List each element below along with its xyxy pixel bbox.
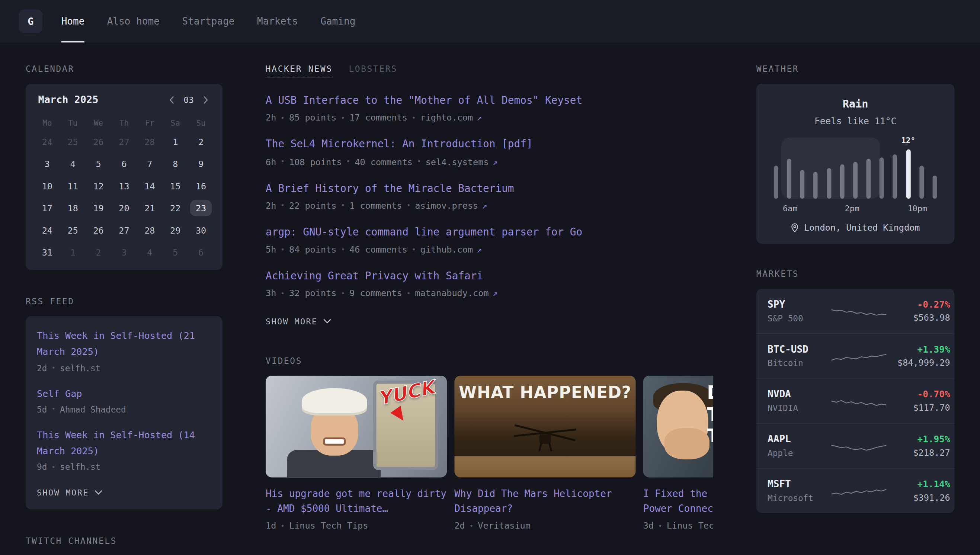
video-title[interactable]: I Fixed the 5 Power Connect (643, 486, 713, 517)
right-column: WEATHER Rain Feels like 11°C 12° 6am2pm1… (756, 64, 955, 546)
calendar-day[interactable]: 25 (60, 220, 85, 242)
calendar-day[interactable]: 18 (60, 197, 85, 220)
calendar-day[interactable]: 24 (34, 220, 60, 242)
calendar-day[interactable]: 27 (111, 220, 137, 242)
calendar-day[interactable]: 26 (85, 131, 111, 153)
calendar-day[interactable]: 8 (163, 153, 188, 175)
news-item-source-link[interactable]: righto.com↗ (420, 113, 482, 123)
news-item-source-link[interactable]: matanabudy.com↗ (415, 288, 498, 298)
calendar-day[interactable]: 26 (85, 220, 111, 242)
calendar-day[interactable]: 15 (163, 175, 188, 197)
rss-show-more-button[interactable]: SHOW MORE (37, 488, 102, 498)
market-id: MSFTMicrosoft (768, 479, 830, 503)
rss-item-age: 5d (37, 404, 47, 414)
market-row-spy[interactable]: SPYS&P 500-0.27%$563.98 (756, 289, 955, 333)
weather-location-label: London, United Kingdom (804, 223, 920, 233)
nav-tab-gaming[interactable]: Gaming (320, 0, 355, 42)
calendar-day[interactable]: 4 (60, 153, 85, 175)
weekday-label: Th (111, 118, 137, 128)
separator-dot: • (281, 289, 285, 298)
main-content: CALENDAR March 2025 03 MoTuWeThFrSaSu (0, 42, 980, 546)
market-row-nvda[interactable]: NVDANVIDIA-0.70%$117.70 (756, 378, 955, 423)
nav-tab-startpage[interactable]: Startpage (182, 0, 234, 42)
rss-item-title[interactable]: This Week in Self-Hosted (21 March 2025) (37, 327, 211, 360)
news-item-source-link[interactable]: sel4.systems↗ (426, 157, 498, 167)
calendar-day[interactable]: 14 (137, 175, 163, 197)
sparkline (830, 436, 888, 455)
calendar-day[interactable]: 31 (34, 241, 60, 264)
calendar-day[interactable]: 12 (85, 175, 111, 197)
calendar-day[interactable]: 16 (188, 175, 214, 197)
separator-dot: • (281, 245, 285, 254)
news-item-title[interactable]: Achieving Great Privacy with Safari (266, 269, 713, 283)
calendar-day[interactable]: 13 (111, 175, 137, 197)
app-logo[interactable]: G (19, 9, 42, 33)
news-item-title[interactable]: The SeL4 Microkernel: An Introduction [p… (266, 138, 713, 151)
calendar-day[interactable]: 9 (188, 153, 214, 175)
rss-item: This Week in Self-Hosted (21 March 2025)… (37, 327, 211, 373)
market-row-aapl[interactable]: AAPLApple+1.95%$218.27 (756, 423, 955, 468)
video-thumbnail[interactable]: WHAT HAPPENED? (454, 376, 635, 478)
news-item-title[interactable]: argp: GNU-style command line argument pa… (266, 225, 713, 239)
calendar-widget: March 2025 03 MoTuWeThFrSaSu 24252627281… (26, 84, 223, 270)
tab-lobsters[interactable]: LOBSTERS (349, 64, 397, 74)
calendar-day[interactable]: 1 (163, 131, 188, 153)
nav-tab-markets[interactable]: Markets (257, 0, 298, 42)
calendar-day[interactable]: 7 (137, 153, 163, 175)
separator-dot: • (341, 245, 345, 254)
calendar-day[interactable]: 6 (111, 153, 137, 175)
external-link-icon: ↗ (482, 201, 487, 210)
video-thumbnail[interactable]: DO TH T (643, 376, 713, 478)
news-item-age: 2h (266, 201, 276, 210)
calendar-day[interactable]: 2 (85, 241, 111, 264)
rss-list: This Week in Self-Hosted (21 March 2025)… (26, 316, 223, 510)
calendar-day[interactable]: 6 (188, 241, 214, 264)
calendar-day[interactable]: 23 (188, 197, 214, 220)
calendar-weekdays: MoTuWeThFrSaSu (34, 118, 213, 128)
market-row-msft[interactable]: MSFTMicrosoft+1.14%$391.26 (756, 468, 955, 513)
calendar-day[interactable]: 10 (34, 175, 60, 197)
chevron-right-icon[interactable] (201, 95, 210, 104)
calendar-day[interactable]: 2 (188, 131, 214, 153)
calendar-day[interactable]: 27 (111, 131, 137, 153)
video-title[interactable]: Why Did The Mars Helicopter Disappear? (454, 486, 635, 517)
calendar-day[interactable]: 4 (137, 241, 163, 264)
calendar-day[interactable]: 29 (163, 220, 188, 242)
calendar-day[interactable]: 21 (137, 197, 163, 220)
nav-tab-home[interactable]: Home (61, 0, 85, 42)
rss-item-title[interactable]: This Week in Self-Hosted (14 March 2025) (37, 427, 211, 459)
calendar-day[interactable]: 3 (111, 241, 137, 264)
news-item-source-link[interactable]: github.com↗ (420, 244, 482, 254)
calendar-day[interactable]: 24 (34, 131, 60, 153)
news-item-title[interactable]: A Brief History of the Miracle Bacterium (266, 181, 713, 195)
top-nav: G HomeAlso homeStartpageMarketsGaming (0, 0, 980, 42)
calendar-day[interactable]: 30 (188, 220, 214, 242)
calendar-day[interactable]: 20 (111, 197, 137, 220)
news-show-more-button[interactable]: SHOW MORE (266, 317, 331, 326)
news-item-title[interactable]: A USB Interface to the "Mother of All De… (266, 94, 713, 107)
video-title[interactable]: His upgrade got me really dirty - AMD $5… (266, 486, 447, 517)
calendar-day[interactable]: 5 (163, 241, 188, 264)
chevron-left-icon[interactable] (167, 95, 176, 104)
news-item-points: 84 points (289, 244, 336, 254)
calendar-day[interactable]: 28 (137, 131, 163, 153)
calendar-day[interactable]: 25 (60, 131, 85, 153)
calendar-day[interactable]: 11 (60, 175, 85, 197)
rss-item-title[interactable]: Self Gap (37, 385, 211, 402)
video-card: WHAT HAPPENED?Why Did The Mars Helicopte… (454, 376, 635, 531)
nav-tab-also-home[interactable]: Also home (107, 0, 160, 42)
calendar-day[interactable]: 22 (163, 197, 188, 220)
calendar-day[interactable]: 28 (137, 220, 163, 242)
news-show-more-slot: SHOW MORE (266, 313, 713, 327)
tab-hacker-news[interactable]: HACKER NEWS (266, 64, 333, 74)
calendar-day[interactable]: 1 (60, 241, 85, 264)
market-row-btc-usd[interactable]: BTC-USDBitcoin+1.39%$84,999.29 (756, 333, 955, 378)
news-item-age: 2h (266, 113, 276, 123)
calendar-day[interactable]: 17 (34, 197, 60, 220)
video-age: 1d (266, 521, 276, 531)
calendar-day[interactable]: 19 (85, 197, 111, 220)
news-item-source-link[interactable]: asimov.press↗ (415, 201, 487, 210)
video-thumbnail[interactable]: YUCK (266, 376, 447, 478)
calendar-day[interactable]: 5 (85, 153, 111, 175)
calendar-day[interactable]: 3 (34, 153, 60, 175)
